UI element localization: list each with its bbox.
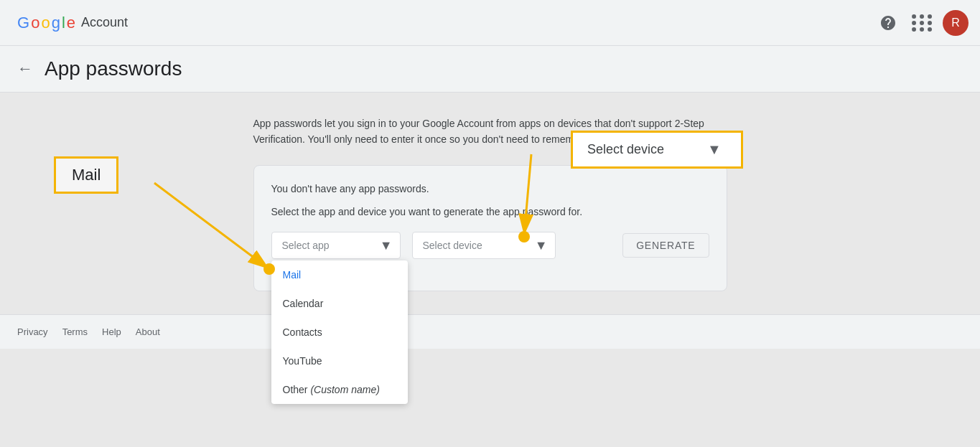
dropdown-item-other[interactable]: Other (Custom name) [271, 375, 408, 404]
footer-terms-link[interactable]: Terms [62, 326, 88, 337]
dropdown-item-youtube[interactable]: YouTube [271, 347, 408, 375]
help-button[interactable] [874, 9, 902, 37]
page-title: App passwords [45, 57, 182, 80]
dropdown-item-contacts[interactable]: Contacts [271, 318, 408, 347]
device-select-arrow-icon: ▼ [535, 237, 548, 253]
logo-g2: g [52, 14, 60, 32]
grid-icon [912, 14, 933, 32]
footer-about-link[interactable]: About [136, 326, 160, 337]
select-device-annotation-arrow: ▼ [707, 141, 722, 158]
app-select-arrow-icon: ▼ [380, 237, 393, 253]
logo-o1: o [31, 14, 39, 32]
app-dropdown: Mail Calendar Contacts YouTube Other (Cu… [271, 260, 408, 404]
footer: Privacy Terms Help About [0, 314, 980, 349]
mail-annotation-box: Mail [54, 156, 118, 194]
app-select-placeholder: Select app [282, 240, 330, 251]
generate-button[interactable]: GENERATE [622, 233, 709, 258]
header-logo-area: Google Account [17, 14, 128, 32]
logo-l: l [62, 14, 65, 32]
select-instruction: Select the app and device you want to ge… [271, 206, 709, 217]
back-button[interactable]: ← [17, 60, 33, 78]
dropdown-item-mail-label: Mail [283, 269, 302, 281]
avatar[interactable]: R [943, 10, 969, 36]
header: Google Account R [0, 0, 980, 46]
dropdown-item-calendar[interactable]: Calendar [271, 289, 408, 318]
logo-e: e [67, 14, 75, 32]
device-select-wrapper: Select device ▼ [412, 232, 556, 259]
main-content: App passwords let you sign in to your Go… [236, 93, 745, 314]
app-select[interactable]: Select app ▼ [271, 232, 401, 259]
no-passwords-text: You don't have any app passwords. [271, 183, 709, 194]
apps-button[interactable] [908, 9, 937, 37]
header-actions: R [874, 9, 969, 37]
app-select-wrapper: Select app ▼ Mail Calendar Contacts Y [271, 232, 401, 259]
back-icon: ← [17, 60, 33, 78]
dropdown-item-contacts-label: Contacts [283, 326, 322, 338]
mail-annotation-label: Mail [72, 166, 101, 184]
dropdown-item-calendar-label: Calendar [283, 298, 324, 309]
device-select-placeholder: Select device [423, 240, 482, 251]
dropdown-item-mail[interactable]: Mail [271, 260, 408, 289]
page-header: ← App passwords [0, 46, 980, 93]
dropdowns-row: Select app ▼ Mail Calendar Contacts Y [271, 232, 709, 259]
select-device-annotation-box: Select device ▼ [571, 131, 743, 169]
footer-help-link[interactable]: Help [102, 326, 121, 337]
header-account-text: Account [81, 15, 128, 30]
logo-o2: o [41, 14, 50, 32]
google-logo: Google [17, 14, 75, 32]
dropdown-item-other-label: Other (Custom name) [283, 384, 380, 395]
logo-g: G [17, 14, 29, 32]
dropdown-item-youtube-label: YouTube [283, 355, 322, 367]
device-select[interactable]: Select device ▼ [412, 232, 556, 259]
select-device-annotation-label: Select device [587, 142, 664, 157]
app-passwords-card: You don't have any app passwords. Select… [253, 165, 727, 291]
footer-privacy-link[interactable]: Privacy [17, 326, 48, 337]
